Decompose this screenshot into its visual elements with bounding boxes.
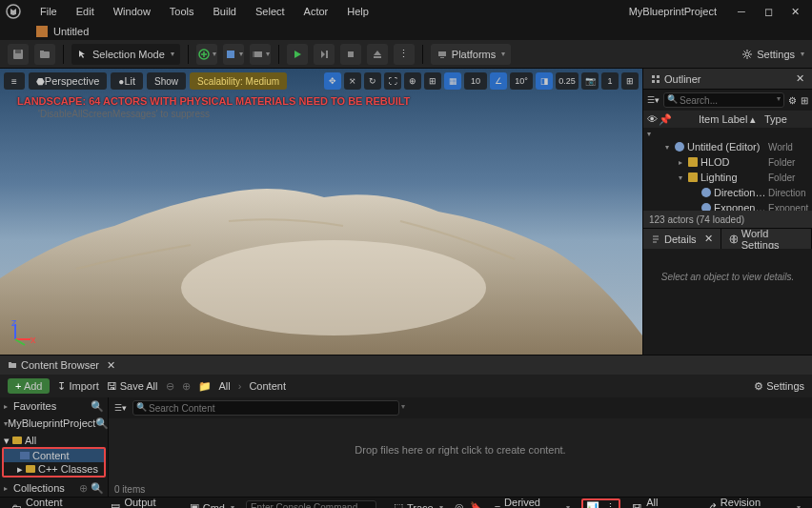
history-back-icon[interactable]: ⊖ xyxy=(166,380,174,393)
details-tab[interactable]: Details ✕ xyxy=(643,229,721,249)
play-button[interactable] xyxy=(287,44,308,65)
filter-icon[interactable]: ☰▾ xyxy=(647,95,660,105)
tree-content[interactable]: Content xyxy=(4,449,104,462)
content-browser-tab[interactable]: Content Browser xyxy=(21,359,99,371)
tree-row[interactable]: ▾Untitled (Editor)World xyxy=(643,139,812,154)
svg-rect-4 xyxy=(40,51,44,52)
window-minimize-icon[interactable]: ─ xyxy=(728,2,755,21)
platforms-dropdown[interactable]: Platforms▾ xyxy=(431,44,511,65)
svg-rect-8 xyxy=(253,51,254,57)
perspective-dropdown[interactable]: ⬣ Perspective xyxy=(29,72,107,90)
trace-dropdown[interactable]: ⬚ Trace ▾ xyxy=(388,499,449,509)
transform-select-icon[interactable]: ✥ xyxy=(324,72,341,90)
tree-cpp[interactable]: ▸C++ Classes xyxy=(4,462,104,476)
add-content-dropdown[interactable]: ▾ xyxy=(196,44,217,65)
scalability-dropdown[interactable]: Scalability: Medium xyxy=(190,72,287,90)
angle-snap-toggle[interactable]: ∠ xyxy=(490,72,507,90)
console-input[interactable] xyxy=(246,500,376,509)
breadcrumb-folder-icon: 📁 xyxy=(198,380,212,393)
output-log-button[interactable]: ▤ Output Log xyxy=(105,499,177,509)
stats-icon[interactable]: 📊 xyxy=(586,501,599,508)
sequence-dropdown[interactable]: ▾ xyxy=(250,44,271,65)
close-icon[interactable]: ✕ xyxy=(107,359,115,372)
window-maximize-icon[interactable]: ◻ xyxy=(755,2,782,21)
outliner-icon xyxy=(651,74,660,84)
collections-section[interactable]: ▸Collections⊕ 🔍 xyxy=(0,479,108,497)
viewport-menu-button[interactable]: ≡ xyxy=(4,72,25,90)
menu-tools[interactable]: Tools xyxy=(160,0,204,23)
blueprint-dropdown[interactable]: ▾ xyxy=(223,44,244,65)
skip-button[interactable] xyxy=(314,44,335,65)
breadcrumb-content[interactable]: Content xyxy=(249,380,286,392)
transform-move-icon[interactable]: ⤧ xyxy=(344,72,361,90)
history-fwd-icon[interactable]: ⊕ xyxy=(182,380,191,393)
more-icon[interactable]: ⋮ xyxy=(605,501,616,508)
close-icon[interactable]: ✕ xyxy=(796,72,804,85)
save-button[interactable] xyxy=(8,44,29,65)
show-dropdown[interactable]: Show xyxy=(147,72,186,90)
menu-window[interactable]: Window xyxy=(104,0,160,23)
svg-point-12 xyxy=(745,52,749,56)
settings-dropdown[interactable]: Settings▾ xyxy=(741,49,804,60)
outliner-search-input[interactable] xyxy=(663,92,784,108)
content-drop-area[interactable]: Drop files here or right click to create… xyxy=(109,418,812,481)
cb-settings-button[interactable]: ⚙ Settings xyxy=(754,380,804,393)
svg-rect-3 xyxy=(40,51,50,58)
close-icon[interactable]: ✕ xyxy=(704,233,713,245)
revision-control-dropdown[interactable]: ⎇ Revision Control ▾ xyxy=(699,499,806,509)
grid-snap-toggle[interactable]: ▦ xyxy=(444,72,461,90)
tree-all[interactable]: ▾All xyxy=(2,434,106,447)
menu-file[interactable]: File xyxy=(30,0,67,23)
breadcrumb-all[interactable]: All xyxy=(219,380,231,392)
axis-gizmo-icon: x z xyxy=(8,318,36,347)
content-drawer-button[interactable]: 🗀 Content Drawer xyxy=(6,499,99,509)
content-search-input[interactable] xyxy=(132,400,399,416)
scale-snap-value[interactable]: 0.25 xyxy=(556,72,579,90)
add-button[interactable]: + Add xyxy=(8,378,50,394)
menu-select[interactable]: Select xyxy=(246,0,294,23)
tree-row[interactable]: ExponentialHeExponent xyxy=(643,200,812,211)
browse-button[interactable] xyxy=(34,44,55,65)
eject-button[interactable] xyxy=(367,44,388,65)
menu-actor[interactable]: Actor xyxy=(294,0,338,23)
all-saved-button[interactable]: 🖫 All Saved xyxy=(626,499,693,509)
surface-snap-icon[interactable]: ⊞ xyxy=(424,72,441,90)
transform-scale-icon[interactable]: ⛶ xyxy=(384,72,401,90)
menu-help[interactable]: Help xyxy=(337,0,378,23)
angle-snap-value[interactable]: 10° xyxy=(510,72,533,90)
world-settings-tab[interactable]: World Settings xyxy=(721,229,812,249)
stop-button[interactable] xyxy=(340,44,361,65)
filter-icon[interactable]: ☰▾ xyxy=(114,403,127,413)
lit-dropdown[interactable]: ● Lit xyxy=(111,72,143,90)
menu-build[interactable]: Build xyxy=(204,0,246,23)
play-options[interactable]: ⋮ xyxy=(394,44,415,65)
tree-row[interactable]: ▾LightingFolder xyxy=(643,170,812,185)
maximize-viewport-icon[interactable]: ⊞ xyxy=(621,72,639,90)
menu-edit[interactable]: Edit xyxy=(67,0,104,23)
derived-data-dropdown[interactable]: ≡ Derived Data ▾ xyxy=(489,499,576,509)
favorites-section[interactable]: ▸Favorites🔍 xyxy=(0,397,108,415)
svg-rect-20 xyxy=(652,80,655,83)
selection-mode-dropdown[interactable]: Selection Mode▾ xyxy=(71,44,180,65)
main-toolbar: Selection Mode▾ ▾ ▾ ▾ ⋮ Platforms▾ Setti… xyxy=(0,40,812,69)
transform-rotate-icon[interactable]: ↻ xyxy=(364,72,381,90)
save-all-button[interactable]: 🖫 Save All xyxy=(107,380,158,392)
grid-snap-value[interactable]: 10 xyxy=(464,72,487,90)
camera-speed-value[interactable]: 1 xyxy=(601,72,619,90)
project-section[interactable]: ▾MyBlueprintProject🔍 xyxy=(0,415,108,432)
cmd-dropdown[interactable]: ▣ Cmd ▾ xyxy=(184,499,240,509)
viewport[interactable]: ≡ ⬣ Perspective ● Lit Show Scalability: … xyxy=(0,69,642,355)
scale-snap-toggle[interactable]: ◨ xyxy=(536,72,553,90)
tree-row[interactable]: ▸HLODFolder xyxy=(643,154,812,170)
window-close-icon[interactable]: ✕ xyxy=(782,2,808,21)
camera-speed-icon[interactable]: 📷 xyxy=(581,72,599,90)
trace-record-icon[interactable]: ◎ xyxy=(455,501,464,508)
outliner-view-icon[interactable]: ⊞ xyxy=(801,95,808,106)
details-placeholder: Select an object to view details. xyxy=(643,249,812,355)
trace-bookmark-icon[interactable]: 🔖 xyxy=(470,501,483,508)
import-button[interactable]: ↧ Import xyxy=(57,380,98,393)
outliner-tab[interactable]: Outliner ✕ xyxy=(643,69,812,90)
outliner-settings-icon[interactable]: ⚙ xyxy=(788,95,797,106)
coord-space-icon[interactable]: ⊕ xyxy=(404,72,421,90)
tree-row[interactable]: DirectionalLigDirection xyxy=(643,185,812,200)
